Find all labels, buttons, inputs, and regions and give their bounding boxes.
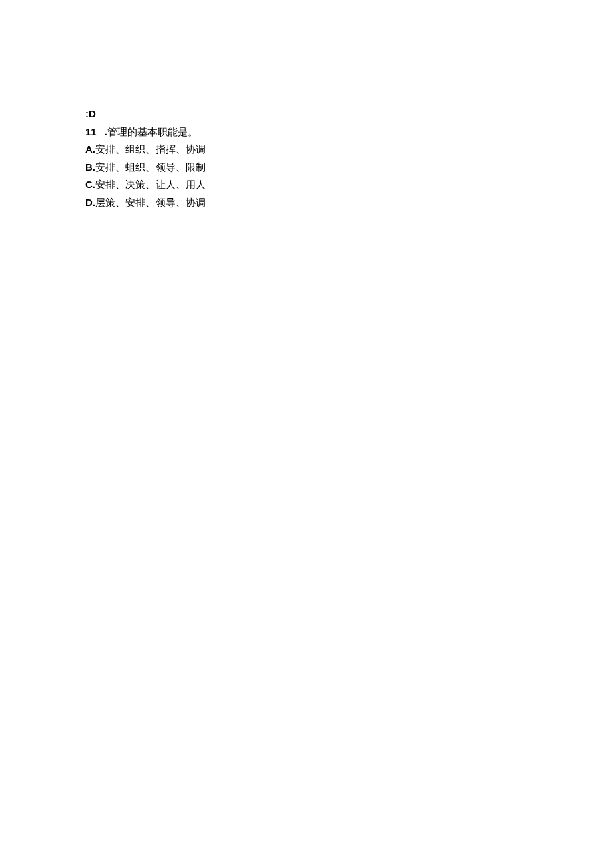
option-a-prefix: A. <box>85 143 95 155</box>
option-c-prefix: C. <box>85 179 95 190</box>
question-text: 管理的基本职能是。 <box>107 126 198 137</box>
option-b-prefix: B. <box>85 161 95 173</box>
question-number: 11 <box>85 126 97 137</box>
option-d-prefix: D. <box>85 197 95 208</box>
option-d-line: D.层策、安排、领导、协调 <box>85 194 614 211</box>
answer-line: :D <box>85 105 614 123</box>
option-d-text: 层策、安排、领导、协调 <box>95 197 206 208</box>
option-c-line: C.安排、决策、让人、用人 <box>85 176 614 193</box>
option-a-line: A.安排、组织、指挥、协调 <box>85 141 614 158</box>
option-a-text: 安排、组织、指挥、协调 <box>95 143 206 155</box>
option-c-text: 安排、决策、让人、用人 <box>95 179 206 190</box>
question-line: 11.管理的基本职能是。 <box>85 123 614 141</box>
option-b-line: B.安排、蛆织、领导、限制 <box>85 159 614 176</box>
option-b-text: 安排、蛆织、领导、限制 <box>95 161 206 173</box>
answer-text: :D <box>85 108 96 119</box>
